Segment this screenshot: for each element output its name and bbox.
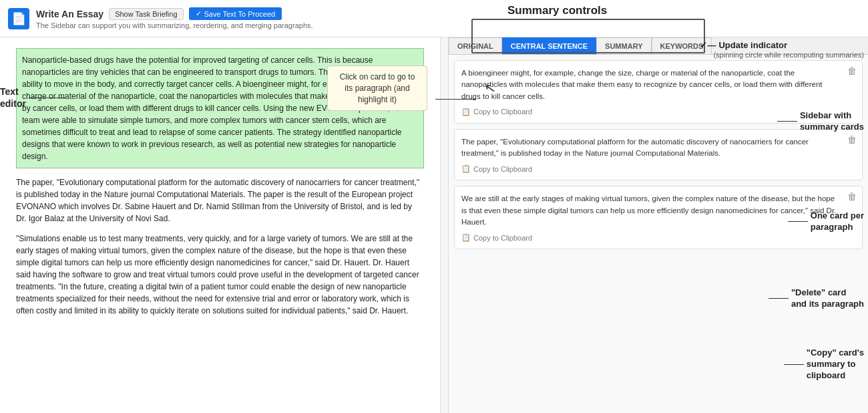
content-area: Nanoparticle-based drugs have the potent… [0, 37, 868, 413]
summary-card-1[interactable]: 🗑 A bioengineer might, for example, chan… [454, 60, 863, 124]
app-icon: 📄 [8, 8, 29, 29]
card-1-copy-button[interactable]: Copy to Clipboard [461, 108, 532, 116]
tab-original[interactable]: ORIGINAL [449, 37, 502, 54]
card-3-delete-button[interactable]: 🗑 [847, 192, 857, 201]
header-title-row: Write An Essay Show Task Briefing Save T… [36, 7, 313, 20]
text-editor-panel[interactable]: Nanoparticle-based drugs have the potent… [0, 37, 441, 413]
sidebar-panel: ORIGINAL CENTRAL SENTENCE SUMMARY KEYWOR… [449, 37, 868, 413]
summary-card-2[interactable]: 🗑 The paper, "Evolutionary computational… [454, 129, 863, 181]
card-1-delete-button[interactable]: 🗑 [847, 66, 857, 76]
sidebar-cards: 🗑 A bioengineer might, for example, chan… [449, 55, 868, 255]
paragraph-2[interactable]: The paper, "Evolutionary computational p… [16, 176, 424, 225]
tab-central-sentence[interactable]: CENTRAL SENTENCE [502, 37, 596, 54]
paragraph-3[interactable]: "Simulations enable us to test many trea… [16, 233, 424, 317]
card-2-text: The paper, "Evolutionary computational p… [461, 136, 855, 160]
save-text-button[interactable]: Save Text To Proceed [189, 7, 282, 20]
summary-card-3[interactable]: 🗑 We are still at the early stages of ma… [454, 186, 863, 249]
header-title-area: Write An Essay Show Task Briefing Save T… [36, 7, 313, 29]
app-subtitle: The Sidebar can support you with summari… [36, 21, 313, 29]
card-3-text: We are still at the early stages of maki… [461, 193, 855, 228]
tab-keywords[interactable]: KEYWORDS [652, 37, 712, 54]
paragraph-1[interactable]: Nanoparticle-based drugs have the potent… [16, 48, 424, 168]
task-briefing-button[interactable]: Show Task Briefing [109, 8, 183, 20]
tab-summary[interactable]: SUMMARY [596, 37, 651, 54]
editor-scrollbar[interactable] [441, 37, 449, 413]
app-title: Write An Essay [36, 9, 103, 19]
main-container: 📄 Write An Essay Show Task Briefing Save… [0, 0, 868, 413]
card-1-text: A bioengineer might, for example, change… [461, 67, 855, 102]
card-3-copy-button[interactable]: Copy to Clipboard [461, 233, 532, 242]
header-bar: 📄 Write An Essay Show Task Briefing Save… [0, 0, 868, 37]
card-2-copy-button[interactable]: Copy to Clipboard [461, 164, 532, 173]
card-2-delete-button[interactable]: 🗑 [847, 135, 857, 144]
sidebar-tabs: ORIGINAL CENTRAL SENTENCE SUMMARY KEYWOR… [449, 37, 868, 55]
